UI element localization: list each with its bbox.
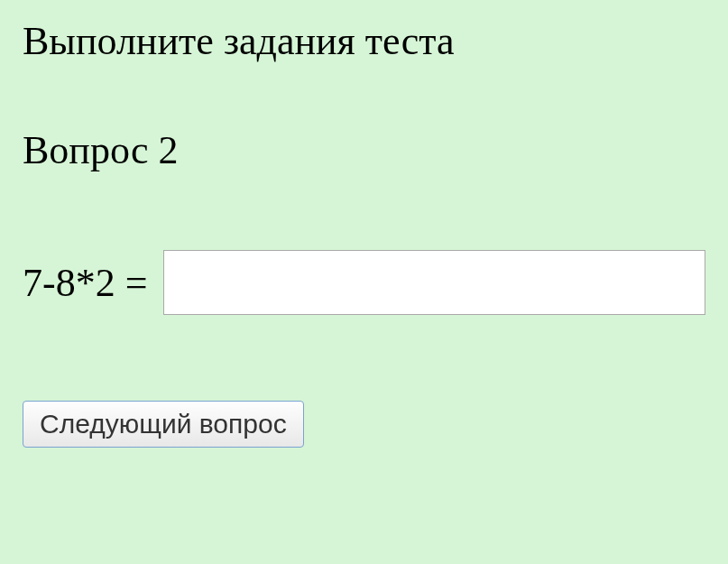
- question-row: 7-8*2 =: [23, 250, 705, 315]
- answer-input[interactable]: [163, 250, 705, 315]
- instruction-text: Выполните задания теста: [23, 18, 705, 64]
- next-question-button[interactable]: Следующий вопрос: [23, 401, 304, 448]
- expression-text: 7-8*2 =: [23, 260, 147, 306]
- question-label: Вопрос 2: [23, 127, 705, 173]
